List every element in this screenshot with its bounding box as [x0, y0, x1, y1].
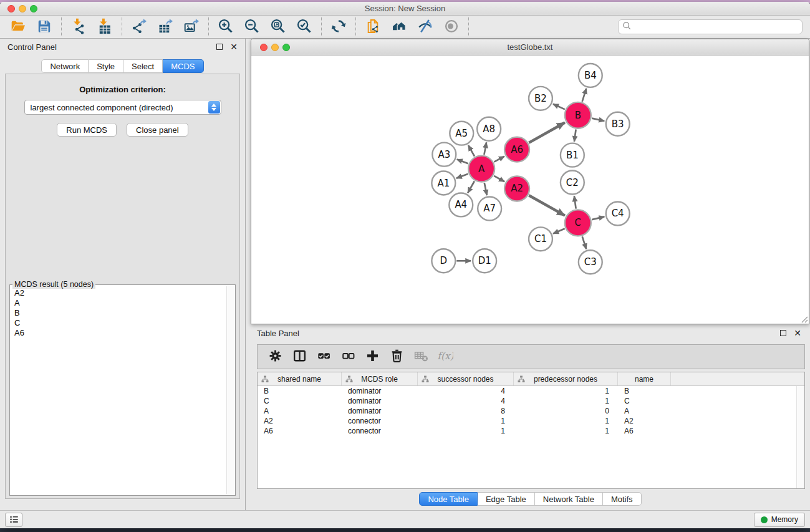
task-history-button[interactable] — [5, 513, 22, 527]
node-A7[interactable]: A7 — [478, 196, 501, 220]
node-D[interactable]: D — [432, 249, 455, 273]
node-A[interactable]: A — [468, 156, 494, 182]
node-A4[interactable]: A4 — [449, 193, 473, 216]
edge-A-A4[interactable] — [468, 181, 475, 193]
table-row[interactable]: Adominator80A — [258, 406, 804, 416]
column-header-MCDS-role[interactable]: MCDS role — [342, 372, 418, 385]
network-close-traffic-light[interactable] — [260, 44, 268, 51]
close-table-panel-icon[interactable]: ✕ — [794, 330, 801, 336]
tab-style[interactable]: Style — [89, 59, 123, 73]
result-scrollbar[interactable] — [226, 286, 234, 494]
column-browser-button[interactable] — [288, 347, 311, 367]
node-C1[interactable]: C1 — [529, 227, 552, 251]
edge-C-C2[interactable] — [574, 196, 576, 208]
edge-A-A3[interactable] — [457, 159, 468, 163]
mcds-result-item[interactable]: A — [14, 298, 225, 308]
node-C4[interactable]: C4 — [606, 201, 630, 225]
export-table-button[interactable] — [152, 17, 178, 37]
float-panel-icon[interactable] — [216, 44, 223, 50]
edge-B-B3[interactable] — [592, 118, 604, 121]
mcds-result-list[interactable]: A2ABCA6 — [11, 286, 225, 494]
show-graphics-details-button[interactable] — [438, 17, 465, 37]
refresh-layout-button[interactable] — [325, 17, 352, 37]
zoom-in-button[interactable] — [213, 17, 239, 37]
criterion-dropdown[interactable]: largest connected component (directed) — [24, 100, 221, 115]
edge-A-A7[interactable] — [485, 183, 487, 195]
network-zoom-traffic-light[interactable] — [282, 44, 290, 51]
table-row[interactable]: Cdominator41C — [258, 396, 804, 406]
edge-A6-B[interactable] — [529, 122, 565, 142]
edge-A-A5[interactable] — [468, 145, 475, 157]
import-table-button[interactable] — [92, 17, 118, 37]
add-column-button[interactable] — [361, 347, 384, 367]
run-mcds-button[interactable]: Run MCDS — [57, 123, 117, 137]
tab-mcds[interactable]: MCDS — [163, 59, 203, 73]
search-box[interactable] — [618, 19, 803, 34]
node-A1[interactable]: A1 — [432, 172, 455, 195]
edge-A-A1[interactable] — [456, 174, 468, 178]
close-panel-button[interactable]: Close panel — [127, 123, 188, 137]
search-input[interactable] — [632, 22, 798, 32]
edge-A2-C[interactable] — [529, 195, 565, 215]
node-A8[interactable]: A8 — [477, 117, 501, 141]
memory-button[interactable]: Memory — [754, 513, 805, 527]
edge-C-C1[interactable] — [553, 229, 565, 234]
tab-motifs[interactable]: Motifs — [603, 492, 642, 506]
table-settings-button[interactable] — [264, 347, 287, 367]
node-C[interactable]: C — [565, 210, 591, 236]
network-minimize-traffic-light[interactable] — [271, 44, 279, 51]
close-panel-icon[interactable]: ✕ — [230, 44, 238, 50]
table-row[interactable]: Bdominator41B — [258, 386, 804, 396]
table-scrollbar[interactable] — [796, 386, 804, 488]
deselect-all-button[interactable] — [337, 347, 360, 367]
node-B2[interactable]: B2 — [529, 87, 552, 110]
zoom-out-button[interactable] — [239, 17, 265, 37]
tab-network[interactable]: Network — [41, 59, 89, 73]
table-row[interactable]: A2connector11A2 — [258, 416, 804, 426]
first-neighbors-button[interactable] — [386, 17, 412, 37]
select-all-button[interactable] — [312, 347, 335, 367]
node-C2[interactable]: C2 — [561, 171, 584, 195]
node-C3[interactable]: C3 — [579, 250, 602, 274]
node-A6[interactable]: A6 — [504, 137, 529, 162]
edge-A-A6[interactable] — [494, 157, 504, 162]
save-session-button[interactable] — [31, 17, 57, 37]
float-table-panel-icon[interactable] — [780, 330, 786, 336]
node-B3[interactable]: B3 — [606, 112, 630, 136]
zoom-traffic-light[interactable] — [30, 5, 37, 12]
zoom-selected-button[interactable] — [291, 17, 317, 37]
export-image-button[interactable] — [178, 17, 205, 37]
mcds-result-item[interactable]: A6 — [14, 328, 225, 338]
edge-A-A8[interactable] — [484, 142, 486, 155]
close-traffic-light[interactable] — [7, 5, 15, 12]
new-network-from-selection-button[interactable] — [360, 17, 386, 37]
mcds-result-item[interactable]: C — [14, 318, 225, 328]
import-network-button[interactable] — [65, 17, 92, 37]
delete-column-button[interactable] — [385, 347, 408, 367]
column-header-name[interactable]: name — [618, 372, 671, 385]
node-B4[interactable]: B4 — [579, 64, 602, 87]
zoom-fit-button[interactable] — [265, 17, 291, 37]
tab-select[interactable]: Select — [123, 59, 163, 73]
mcds-result-item[interactable]: A2 — [14, 288, 225, 298]
node-D1[interactable]: D1 — [473, 249, 496, 273]
edge-B-B1[interactable] — [574, 130, 576, 142]
edge-B-B4[interactable] — [582, 89, 587, 102]
edge-C-C3[interactable] — [582, 236, 586, 249]
tab-node-table[interactable]: Node Table — [419, 492, 478, 506]
node-A2[interactable]: A2 — [504, 177, 529, 201]
column-header-successor-nodes[interactable]: successor nodes — [418, 372, 514, 385]
open-session-button[interactable] — [5, 17, 31, 37]
node-B1[interactable]: B1 — [561, 143, 584, 167]
network-canvas[interactable]: B4B2BB3A8A5A6A3B1AA1C2A2A4A7C4CC1DD1C3 — [251, 56, 809, 324]
minimize-traffic-light[interactable] — [19, 5, 26, 12]
mcds-result-item[interactable]: B — [14, 308, 225, 318]
resize-grip-icon[interactable] — [799, 314, 808, 323]
node-A5[interactable]: A5 — [450, 122, 473, 145]
tab-network-table[interactable]: Network Table — [535, 492, 603, 506]
hide-graphics-details-button[interactable] — [412, 17, 438, 37]
column-header-shared-name[interactable]: shared name — [258, 372, 342, 385]
node-B[interactable]: B — [565, 102, 591, 128]
table-row[interactable]: A6connector11A6 — [258, 426, 804, 436]
edge-A-A2[interactable] — [494, 176, 504, 181]
